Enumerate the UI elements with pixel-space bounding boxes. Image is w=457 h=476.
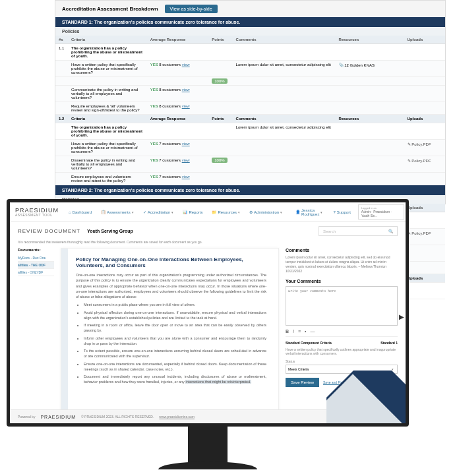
view-link[interactable]: view xyxy=(182,63,190,67)
standard-1-bar: STANDARD 1: The organization's policies … xyxy=(55,17,445,27)
col-comments: Comments xyxy=(233,36,336,44)
table-row: Require employees & 'all' volunteers rev… xyxy=(55,102,445,115)
chevron-down-icon: ▾ xyxy=(280,210,282,214)
document-body: One-on-one interactions may occur as par… xyxy=(76,272,266,385)
points-badge: 100% xyxy=(212,78,227,84)
search-icon: 🔍 xyxy=(388,229,393,233)
view-link[interactable]: view xyxy=(182,142,190,146)
chevron-down-icon: ▾ xyxy=(238,210,240,214)
col-resources: Resources xyxy=(336,36,404,44)
gear-icon: ⚙ xyxy=(249,210,253,214)
table-row: Ensure employees and volunteers review a… xyxy=(55,173,445,185)
back-title: Accreditation Assessment Breakdown xyxy=(62,6,158,12)
chevron-down-icon: ▾ xyxy=(171,210,173,214)
doc-item[interactable]: allfiles - ONLYDF xyxy=(18,269,54,276)
yes-tag: YES xyxy=(150,88,158,92)
language-selector[interactable]: 🌐 English - EN ▾ xyxy=(359,413,398,421)
nav-administration[interactable]: ⚙Administration▾ xyxy=(246,208,286,216)
col-criteria: Criteria xyxy=(68,36,147,44)
status-label: Status xyxy=(286,359,398,363)
page-description: It is recommended that reviewers thoroug… xyxy=(10,240,406,248)
review-side-panel: Comments Lorem ipsum dolor sit amet, con… xyxy=(286,248,398,411)
role-selector[interactable]: Logged in as Admin · Praesidium · Youth … xyxy=(358,204,404,220)
policies-section: Policies xyxy=(55,27,445,36)
logo: PRAESIDIUM ASSESSMENT TOOL xyxy=(15,208,59,217)
folder-icon: 📁 xyxy=(212,210,216,214)
edit-icon: ✎ xyxy=(408,159,411,163)
save-review-button[interactable]: Save Review xyxy=(286,378,319,387)
back-header: Accreditation Assessment Breakdown View … xyxy=(55,1,445,17)
user-area: 👤Jessica Rodriguez▾ ?Support Logged in a… xyxy=(292,204,404,220)
footer-site-link[interactable]: www.praesidiuminc.com xyxy=(159,415,195,419)
table-row: 1.1 The organization has a policy prohib… xyxy=(55,44,445,61)
list-icon[interactable]: ≡ xyxy=(298,329,301,334)
view-link[interactable]: view xyxy=(182,104,190,108)
your-comments-heading: Your Comments xyxy=(286,279,398,283)
search-placeholder: Search xyxy=(323,229,336,233)
yes-tag: YES xyxy=(150,158,158,162)
comment-textarea[interactable] xyxy=(286,286,398,326)
yes-tag: YES xyxy=(150,175,158,179)
assessment-breakdown-window: Accreditation Assessment Breakdown View … xyxy=(55,0,446,204)
chevron-down-icon: ▾ xyxy=(132,210,134,214)
page-title: REVIEW DOCUMENT xyxy=(18,228,80,234)
document-title: Policy for Managing One-on-One Interacti… xyxy=(76,256,266,268)
group-name: Youth Serving Group xyxy=(87,229,133,233)
doc-item[interactable]: MyDocs - Doc One xyxy=(18,254,54,262)
view-link[interactable]: view xyxy=(182,88,190,92)
search-input[interactable]: Search 🔍 xyxy=(319,226,398,236)
documents-heading: Documents: xyxy=(18,248,54,252)
yes-tag: YES xyxy=(150,104,158,108)
link-icon[interactable]: — xyxy=(311,329,315,334)
user-icon: 👤 xyxy=(295,210,300,214)
view-link[interactable]: view xyxy=(182,175,190,179)
upload-file[interactable]: ✎ Policy.PDF xyxy=(404,156,445,173)
page-subheader: REVIEW DOCUMENT Youth Serving Group Sear… xyxy=(10,222,406,240)
edit-icon: ✎ xyxy=(408,142,411,146)
col-points: Points xyxy=(208,36,232,44)
col-response: Average Response xyxy=(147,36,209,44)
doc-item-active[interactable]: allfiles - THE ODF xyxy=(18,262,54,269)
view-side-by-side-button[interactable]: View as side-by-side xyxy=(165,5,218,13)
col-uploads: Uploads xyxy=(404,36,445,44)
table-row: Disseminate the policy in writing and ve… xyxy=(55,156,445,173)
chevron-down-icon: ▾ xyxy=(320,210,322,214)
nav-resources[interactable]: 📁Resources▾ xyxy=(208,208,243,216)
comments-heading: Comments xyxy=(286,248,398,253)
upload-file[interactable]: ✎ Policy.PDF xyxy=(404,140,445,156)
logo-subtext: ASSESSMENT TOOL xyxy=(15,214,59,217)
table-row: 100% xyxy=(55,77,445,86)
italic-icon[interactable]: I xyxy=(293,329,294,334)
editor-toolbar: B I ≡ • — xyxy=(286,326,398,337)
criteria-header: Standard Component Criteria Standard 1 xyxy=(286,341,398,345)
user-menu[interactable]: 👤Jessica Rodriguez▾ xyxy=(292,206,326,218)
monitor-stand xyxy=(188,427,228,463)
review-document-window: PRAESIDIUM ASSESSMENT TOOL ⌂Dashboard 📋A… xyxy=(7,199,409,427)
save-finish-later-link[interactable]: Save and Finish Later xyxy=(323,380,355,384)
status-select[interactable]: Meets Criteria xyxy=(286,365,398,374)
nav-assessments[interactable]: 📋Assessments▾ xyxy=(98,208,137,216)
bullet-icon[interactable]: • xyxy=(305,329,306,334)
next-page-button[interactable]: ▶ xyxy=(399,313,404,320)
chart-icon: 📊 xyxy=(183,210,187,214)
footer-logo: PRAESIDIUM xyxy=(40,415,76,419)
nav-accreditation[interactable]: ✓Accreditation▾ xyxy=(140,208,177,216)
nav-dashboard[interactable]: ⌂Dashboard xyxy=(65,208,95,216)
monitor-base xyxy=(158,461,257,469)
document-viewer: Policy for Managing One-on-One Interacti… xyxy=(61,248,279,411)
app-header: PRAESIDIUM ASSESSMENT TOOL ⌂Dashboard 📋A… xyxy=(10,202,406,222)
help-icon: ? xyxy=(333,210,335,214)
col-id: #s xyxy=(55,36,68,44)
view-link[interactable]: view xyxy=(182,158,190,162)
support-link[interactable]: ?Support xyxy=(330,208,353,216)
points-badge: 100% xyxy=(212,158,227,163)
criteria-description: Have a written policy that specifically … xyxy=(286,347,398,355)
bold-icon[interactable]: B xyxy=(286,329,289,334)
nav-reports[interactable]: 📊Reports xyxy=(179,208,206,216)
upload-file[interactable]: ✎ Policy.PDF xyxy=(404,229,445,245)
standard-2-bar: STANDARD 2: The organization's policies … xyxy=(55,185,445,195)
existing-comment: Lorem ipsum dolor sit amet, consectetur … xyxy=(286,255,398,274)
table-row: Have a written policy that specifically … xyxy=(55,140,445,156)
table-header-row: 1.2 Criteria Average Response Points Com… xyxy=(55,115,445,123)
app-footer: Powered by PRAESIDIUM © PRAESIDIUM 2023.… xyxy=(10,409,406,423)
